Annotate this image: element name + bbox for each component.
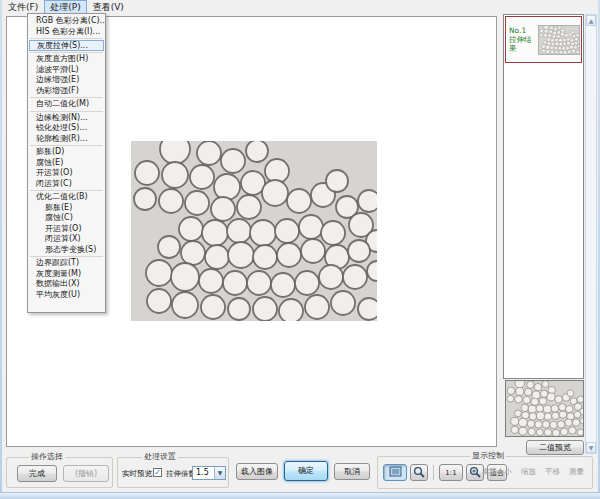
dropdown-item[interactable]: HIS 色彩分离(I)... xyxy=(28,27,105,38)
select-tool-icon xyxy=(389,466,402,479)
done-button[interactable]: 完成 xyxy=(17,465,57,482)
undo-button[interactable]: (撤销) xyxy=(63,465,109,482)
dropdown-item[interactable]: 伪彩增强(F) xyxy=(28,86,105,97)
menu-separator xyxy=(30,144,103,147)
dropdown-item[interactable]: 开运算(O) xyxy=(28,224,105,235)
menu-separator xyxy=(30,189,103,192)
display-mode-labels: 实际大小缩放平移测量 xyxy=(482,467,584,477)
settings-groupbox: 处理设置 实时预览 ✓ 拉伸倍数: 1.5 ▼ xyxy=(117,457,229,488)
menu-process[interactable]: 处理(P) xyxy=(44,0,86,14)
dropdown-item[interactable]: 膨胀(E) xyxy=(28,203,105,214)
zoom-in-icon xyxy=(469,466,481,480)
display-groupbox: 显示控制 1:1适合 实际大小缩放平移测量 xyxy=(377,456,593,489)
dropdown-item[interactable]: 腐蚀(C) xyxy=(28,213,105,224)
process-menu-dropdown: RGB 色彩分离(C)...HIS 色彩分离(I)...灰度拉伸(S)...灰度… xyxy=(27,13,106,313)
window-frame-bottom xyxy=(0,492,600,499)
menu-separator xyxy=(30,255,103,258)
settings-group-title: 处理设置 xyxy=(142,452,178,462)
select-tool-button[interactable] xyxy=(383,464,407,481)
menu-separator xyxy=(30,110,103,113)
cancel-button[interactable]: 取消 xyxy=(334,463,370,480)
dropdown-item[interactable]: 边缘检测(N)... xyxy=(28,113,105,124)
result-list-item-selected[interactable]: No.1 拉伸结果 xyxy=(505,16,582,63)
live-preview-label: 实时预览 xyxy=(122,469,152,479)
dropdown-item[interactable]: 灰度直方图(H) xyxy=(28,54,105,65)
result-item-caption: No.1 拉伸结果 xyxy=(506,26,538,53)
dropdown-item[interactable]: 开运算(O) xyxy=(28,168,105,179)
dropdown-item[interactable]: 闭运算(X) xyxy=(28,234,105,245)
dropdown-item[interactable]: 膨胀(D) xyxy=(28,147,105,158)
zoom-window-button[interactable] xyxy=(410,464,428,481)
toolbar-divider xyxy=(433,465,434,480)
menu-separator xyxy=(30,37,103,40)
dropdown-item[interactable]: 灰度拉伸(S)... xyxy=(29,40,104,51)
result-listbox[interactable]: No.1 拉伸结果 xyxy=(503,14,584,379)
dropdown-item[interactable]: 轮廓检测(R)... xyxy=(28,134,105,145)
live-preview-checkbox[interactable]: ✓ xyxy=(153,468,162,477)
menu-view[interactable]: 查看(V) xyxy=(87,0,130,14)
ok-button[interactable]: 确定 xyxy=(284,461,328,481)
dropdown-item[interactable]: 优化二值化(B) xyxy=(28,192,105,203)
result-item-thumbnail xyxy=(538,25,580,55)
display-mode-option[interactable]: 实际大小 xyxy=(482,467,512,477)
sidebar-scrollbar[interactable]: ▲ ▼ xyxy=(585,14,597,454)
menu-separator xyxy=(30,51,103,54)
stretch-factor-combobox[interactable]: 1.5 ▼ xyxy=(192,466,226,480)
source-image-thumbnail[interactable] xyxy=(505,380,584,437)
menu-file[interactable]: 文件(F) xyxy=(2,0,44,14)
zoom-window-icon xyxy=(413,466,425,480)
dropdown-item[interactable]: 自动二值化(M) xyxy=(28,99,105,110)
dropdown-item[interactable]: 平均灰度(U) xyxy=(28,290,105,301)
dropdown-item[interactable]: 腐蚀(E) xyxy=(28,158,105,169)
window-frame-left xyxy=(0,0,2,499)
dropdown-item[interactable]: 边缘增强(E) xyxy=(28,75,105,86)
scroll-up-icon[interactable]: ▲ xyxy=(586,15,596,26)
dropdown-item[interactable]: 灰度测量(M) xyxy=(28,269,105,280)
menu-bar: 文件(F) 处理(P) 查看(V) xyxy=(2,0,598,14)
stretch-factor-value: 1.5 xyxy=(196,468,209,477)
operation-groupbox: 操作选择 完成 (撤销) xyxy=(6,457,113,488)
dropdown-item[interactable]: 数据输出(X) xyxy=(28,279,105,290)
display-mode-option[interactable]: 平移 xyxy=(545,467,560,477)
actual-size-button[interactable]: 1:1 xyxy=(439,464,463,481)
binary-preview-button[interactable]: 二值预览 xyxy=(526,440,584,455)
load-image-button[interactable]: 载入图像 xyxy=(236,463,278,480)
menu-separator xyxy=(30,96,103,99)
dropdown-item[interactable]: RGB 色彩分离(C)... xyxy=(28,16,105,27)
dropdown-item[interactable]: 形态学变换(S) xyxy=(28,245,105,256)
display-mode-option[interactable]: 测量 xyxy=(569,467,584,477)
dropdown-item[interactable]: 锐化处理(S)... xyxy=(28,123,105,134)
display-mode-option[interactable]: 缩放 xyxy=(521,467,536,477)
result-item-name: 拉伸结果 xyxy=(509,35,538,53)
dropdown-item[interactable]: 滤波平滑(L) xyxy=(28,65,105,76)
chevron-down-icon[interactable]: ▼ xyxy=(214,467,225,479)
result-item-number: No.1 xyxy=(509,26,538,35)
app-window: 文件(F) 处理(P) 查看(V) RGB 色彩分离(C)...HIS 色彩分离… xyxy=(0,0,600,499)
scroll-down-icon[interactable]: ▼ xyxy=(586,442,596,453)
dropdown-item[interactable]: 闭运算(C) xyxy=(28,179,105,190)
operation-group-title: 操作选择 xyxy=(29,452,65,462)
dropdown-item[interactable]: 边界跟踪(T) xyxy=(28,258,105,269)
micrograph-image xyxy=(131,141,377,321)
display-group-title: 显示控制 xyxy=(470,451,506,461)
